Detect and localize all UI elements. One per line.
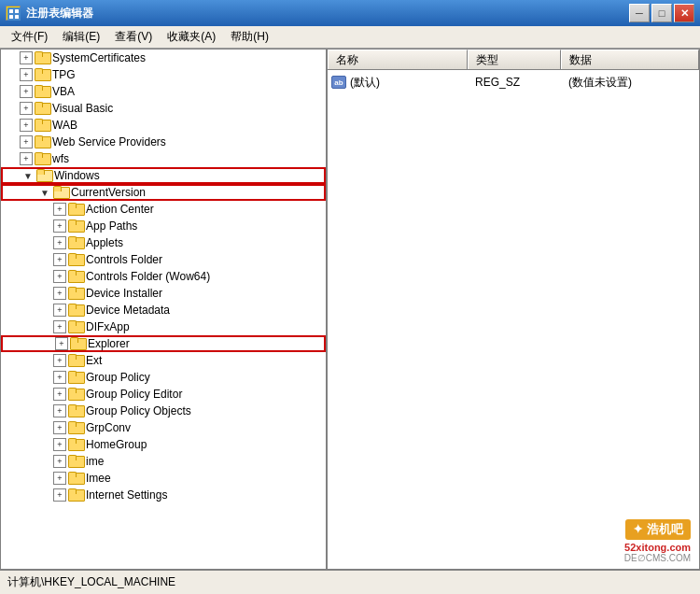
menu-edit[interactable]: 编辑(E) bbox=[55, 27, 107, 47]
menu-help[interactable]: 帮助(H) bbox=[223, 27, 276, 47]
expand-imee[interactable]: + bbox=[53, 472, 66, 485]
tree-item-wab[interactable]: + WAB bbox=[1, 117, 326, 134]
expand-homegroup[interactable]: + bbox=[53, 438, 66, 451]
minimize-button[interactable]: ─ bbox=[629, 4, 650, 22]
folder-icon-wfs bbox=[35, 152, 49, 165]
expand-wfs[interactable]: + bbox=[20, 152, 33, 165]
expand-explorer[interactable]: + bbox=[55, 337, 68, 350]
main-container: + SystemCertificates + TPG + VBA bbox=[0, 49, 700, 570]
tree-item-devicemetadata[interactable]: + Device Metadata bbox=[1, 302, 326, 318]
maximize-button[interactable]: □ bbox=[651, 4, 672, 22]
expand-ext[interactable]: + bbox=[53, 354, 66, 367]
column-headers: 名称 类型 数据 bbox=[328, 50, 699, 70]
expand-deviceinstaller[interactable]: + bbox=[53, 287, 66, 300]
tree-label-grouppolicyeditor: Group Policy Editor bbox=[86, 388, 182, 401]
tree-label-grpconv: GrpConv bbox=[86, 421, 131, 434]
tree-label-ime: ime bbox=[86, 455, 104, 468]
status-path: 计算机\HKEY_LOCAL_MACHINE bbox=[7, 574, 175, 590]
expand-controlsfolder[interactable]: + bbox=[53, 253, 66, 266]
folder-icon-tpg bbox=[35, 68, 49, 81]
tree-item-controlsfolder[interactable]: + Controls Folder bbox=[1, 251, 326, 268]
expand-ime[interactable]: + bbox=[53, 455, 66, 468]
tree-item-grpconv[interactable]: + GrpConv bbox=[1, 419, 326, 436]
tree-item-ext[interactable]: + Ext bbox=[1, 352, 326, 369]
expand-internetsettings[interactable]: + bbox=[53, 488, 66, 502]
tree-item-vba[interactable]: + VBA bbox=[1, 83, 326, 100]
expand-grouppolicy[interactable]: + bbox=[53, 371, 66, 384]
tree-label-devicemetadata: Device Metadata bbox=[86, 304, 170, 317]
expand-grouppolicyobjects[interactable]: + bbox=[53, 404, 66, 417]
tree-item-grouppolicyobjects[interactable]: + Group Policy Objects bbox=[1, 403, 326, 419]
tree-item-windows[interactable]: ▼ Windows bbox=[1, 167, 326, 184]
expand-visualbasic[interactable]: + bbox=[20, 102, 33, 115]
folder-icon-visualbasic bbox=[35, 102, 49, 115]
tree-item-webserviceproviders[interactable]: + Web Service Providers bbox=[1, 134, 326, 150]
watermark-site1: 52xitong.com bbox=[624, 542, 691, 553]
svg-rect-3 bbox=[9, 15, 13, 19]
tree-item-grouppolicy[interactable]: + Group Policy bbox=[1, 369, 326, 386]
menu-bar: 文件(F) 编辑(E) 查看(V) 收藏夹(A) 帮助(H) bbox=[0, 26, 700, 49]
tree-label-homegroup: HomeGroup bbox=[86, 438, 147, 451]
expand-tpg[interactable]: + bbox=[20, 68, 33, 81]
watermark: ✦ 浩机吧 52xitong.com DE∅CMS.COM bbox=[597, 519, 691, 566]
tree-item-apppaths[interactable]: + App Paths bbox=[1, 218, 326, 234]
folder-icon-windows bbox=[36, 169, 51, 182]
tree-label-deviceinstaller: Device Installer bbox=[86, 287, 162, 300]
folder-icon-applets bbox=[68, 236, 83, 249]
expand-systemcerts[interactable]: + bbox=[20, 51, 33, 64]
registry-row-default[interactable]: ab (默认) REG_SZ (数值未设置) bbox=[328, 74, 699, 91]
folder-icon-controlsfolder bbox=[68, 253, 83, 266]
tree-item-grouppolicyeditor[interactable]: + Group Policy Editor bbox=[1, 386, 326, 403]
tree-label-windows: Windows bbox=[54, 169, 100, 182]
expand-vba[interactable]: + bbox=[20, 85, 33, 98]
tree-item-homegroup[interactable]: + HomeGroup bbox=[1, 436, 326, 453]
tree-item-wfs[interactable]: + wfs bbox=[1, 150, 326, 167]
expand-apppaths[interactable]: + bbox=[53, 219, 66, 233]
title-bar: 注册表编辑器 ─ □ ✕ bbox=[0, 0, 700, 26]
tree-label-tpg: TPG bbox=[52, 68, 76, 81]
tree-item-actioncenter[interactable]: + Action Center bbox=[1, 201, 326, 218]
tree-item-difxapp[interactable]: + DIFxApp bbox=[1, 318, 326, 335]
window-title: 注册表编辑器 bbox=[26, 6, 629, 21]
folder-icon-imee bbox=[68, 472, 83, 485]
expand-wab[interactable]: + bbox=[20, 119, 33, 132]
tree-item-imee[interactable]: + Imee bbox=[1, 470, 326, 487]
expand-actioncenter[interactable]: + bbox=[53, 203, 66, 216]
tree-item-ime[interactable]: + ime bbox=[1, 453, 326, 470]
status-bar: 计算机\HKEY_LOCAL_MACHINE bbox=[0, 570, 700, 594]
folder-icon-grouppolicyeditor bbox=[68, 388, 83, 401]
tree-label-wab: WAB bbox=[52, 119, 77, 132]
watermark-site2: DE∅CMS.COM bbox=[624, 553, 691, 563]
folder-icon-grouppolicyobjects bbox=[68, 404, 83, 417]
menu-view[interactable]: 查看(V) bbox=[107, 27, 160, 47]
window-controls: ─ □ ✕ bbox=[629, 4, 694, 22]
folder-icon-controlsfolderwow64 bbox=[68, 270, 83, 283]
tree-item-deviceinstaller[interactable]: + Device Installer bbox=[1, 285, 326, 302]
tree-scroll[interactable]: + SystemCertificates + TPG + VBA bbox=[1, 50, 326, 569]
tree-item-systemcerts[interactable]: + SystemCertificates bbox=[1, 50, 326, 66]
tree-label-internetsettings: Internet Settings bbox=[86, 488, 167, 502]
tree-item-explorer[interactable]: + Explorer bbox=[1, 335, 326, 352]
reg-type: REG_SZ bbox=[475, 76, 568, 89]
tree-item-applets[interactable]: + Applets bbox=[1, 234, 326, 251]
expand-grouppolicyeditor[interactable]: + bbox=[53, 388, 66, 401]
menu-file[interactable]: 文件(F) bbox=[4, 27, 55, 47]
expand-controlsfolderwow64[interactable]: + bbox=[53, 270, 66, 283]
expand-applets[interactable]: + bbox=[53, 236, 66, 249]
tree-item-internetsettings[interactable]: + Internet Settings bbox=[1, 487, 326, 503]
menu-favorites[interactable]: 收藏夹(A) bbox=[160, 27, 223, 47]
expand-difxapp[interactable]: + bbox=[53, 320, 66, 333]
expand-grpconv[interactable]: + bbox=[53, 421, 66, 434]
expand-devicemetadata[interactable]: + bbox=[53, 304, 66, 317]
tree-label-difxapp: DIFxApp bbox=[86, 320, 130, 333]
tree-item-tpg[interactable]: + TPG bbox=[1, 66, 326, 83]
tree-item-visualbasic[interactable]: + Visual Basic bbox=[1, 100, 326, 117]
tree-label-explorer: Explorer bbox=[88, 337, 130, 350]
svg-rect-2 bbox=[15, 9, 19, 13]
col-header-data: 数据 bbox=[561, 50, 699, 69]
expand-webserviceproviders[interactable]: + bbox=[20, 135, 33, 148]
tree-item-controlsfolderwow64[interactable]: + Controls Folder (Wow64) bbox=[1, 268, 326, 285]
tree-pane: + SystemCertificates + TPG + VBA bbox=[1, 50, 328, 569]
tree-item-currentversion[interactable]: ▼ CurrentVersion bbox=[1, 184, 326, 201]
close-button[interactable]: ✕ bbox=[674, 4, 694, 22]
